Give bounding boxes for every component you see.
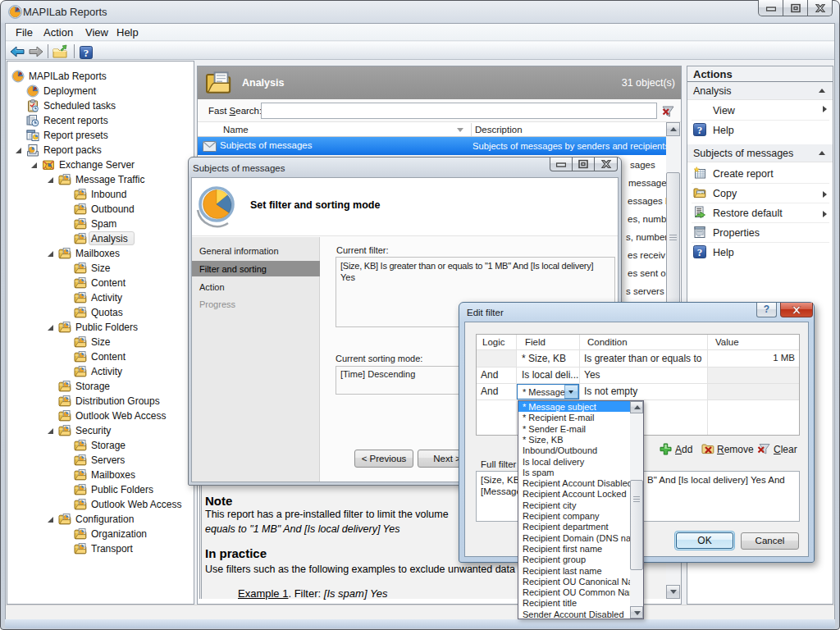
svg-text:?: ? (697, 246, 703, 258)
svg-text:?: ? (84, 47, 89, 59)
svg-text:?: ? (697, 124, 703, 136)
